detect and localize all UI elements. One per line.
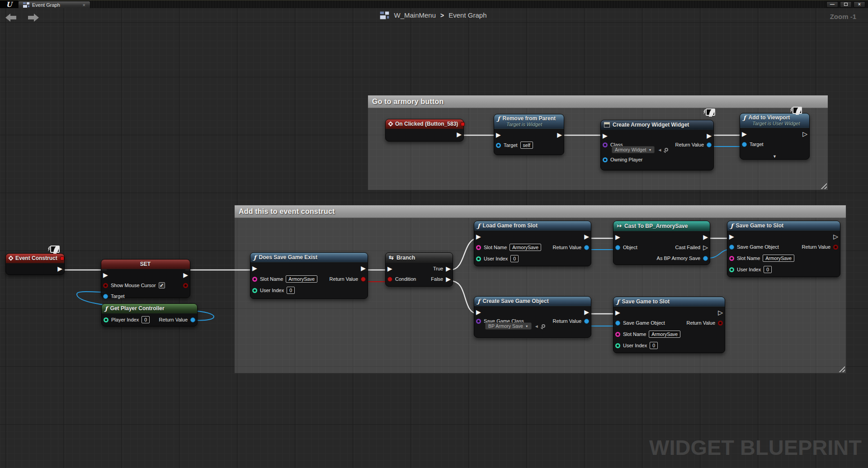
target-value-field[interactable]: self: [520, 142, 533, 149]
exec-in-pin[interactable]: ▶: [615, 234, 620, 240]
node-event-construct[interactable]: Event Construct ▶: [5, 253, 65, 275]
node-create-save-game-object[interactable]: ƒ Create Save Game Object ▶ ▶ Save Game …: [474, 296, 591, 338]
return-value-pin[interactable]: [190, 317, 195, 322]
save-game-object-pin[interactable]: [729, 245, 734, 250]
browse-asset-icon[interactable]: [542, 324, 545, 328]
user-index-pin[interactable]: [252, 288, 257, 293]
slot-name-pin[interactable]: [252, 277, 257, 282]
browse-asset-icon[interactable]: [665, 148, 668, 151]
user-index-field[interactable]: 0: [287, 287, 295, 294]
node-get-player-controller[interactable]: ƒ Get Player Controller Player Index 0 R…: [101, 303, 198, 326]
bool-out-pin[interactable]: [183, 283, 188, 288]
target-pin[interactable]: [103, 294, 108, 299]
node-create-armory-widget[interactable]: Create Armory Widget Widget ▶ ▶ Class Re…: [600, 120, 714, 170]
false-exec-pin[interactable]: ▶: [446, 276, 451, 282]
restore-button[interactable]: [840, 1, 852, 8]
exec-out-pin[interactable]: ▶: [584, 233, 589, 240]
event-graph-canvas[interactable]: W_MainMenu > Event Graph Zoom -1 Go to a…: [0, 8, 868, 468]
minimize-button[interactable]: —: [826, 1, 838, 8]
breadcrumb-current[interactable]: Event Graph: [448, 11, 486, 19]
exec-out-pin[interactable]: ▶: [57, 265, 62, 272]
delegate-pin[interactable]: [461, 122, 465, 126]
return-value-pin[interactable]: [707, 142, 712, 147]
save-game-object-pin[interactable]: [615, 321, 620, 326]
user-index-field[interactable]: 0: [650, 342, 658, 349]
node-add-to-viewport[interactable]: ƒ Add to Viewport Target is User Widget …: [740, 113, 810, 160]
slot-name-field[interactable]: ArmorySave: [509, 244, 541, 251]
node-remove-from-parent[interactable]: ƒ Remove from Parent Target is Widget ▶ …: [494, 114, 564, 155]
tab-close-icon[interactable]: ×: [83, 2, 85, 8]
user-index-field[interactable]: 0: [764, 266, 772, 273]
slot-name-field[interactable]: ArmorySave: [763, 255, 794, 262]
comment-header[interactable]: Add this to event construct: [235, 205, 846, 218]
exec-in-pin[interactable]: ▶: [742, 131, 747, 137]
breadcrumb-root[interactable]: W_MainMenu: [394, 11, 436, 19]
slot-name-field[interactable]: ArmorySave: [286, 275, 317, 283]
save-game-class-pin[interactable]: [476, 319, 481, 324]
forward-arrow-icon[interactable]: [27, 14, 39, 22]
node-save-game-to-slot-top[interactable]: ƒ Save Game to Slot ▶ ▷ Save Game Object…: [727, 221, 840, 277]
as-bp-armory-save-pin[interactable]: [703, 256, 708, 261]
exec-out-pin[interactable]: ▶: [703, 234, 708, 240]
comment-resize-handle[interactable]: [838, 365, 845, 372]
target-pin[interactable]: [496, 143, 501, 148]
exec-in-pin[interactable]: ▶: [729, 233, 734, 240]
exec-out-pin[interactable]: ▷: [833, 233, 838, 240]
exec-out-pin[interactable]: ▶: [707, 132, 712, 139]
user-index-field[interactable]: 0: [510, 255, 519, 262]
object-pin[interactable]: [615, 245, 620, 250]
slot-name-pin[interactable]: [729, 256, 734, 261]
comment-resize-handle[interactable]: [820, 182, 827, 189]
return-value-pin[interactable]: [361, 277, 366, 282]
class-pin[interactable]: [603, 142, 608, 147]
exec-in-pin[interactable]: ▶: [476, 309, 481, 315]
int-value-field[interactable]: 0: [142, 316, 150, 323]
class-select-dropdown[interactable]: Armory Widget ▼: [612, 146, 655, 153]
slot-name-pin[interactable]: [615, 332, 620, 337]
return-value-pin[interactable]: [833, 245, 838, 250]
node-save-game-to-slot-bottom[interactable]: ƒ Save Game to Slot ▶ ▷ Save Game Object…: [613, 297, 725, 353]
node-does-save-game-exist[interactable]: ƒ Does Save Game Exist ▶ ▶ Slot Name Arm…: [250, 252, 368, 299]
exec-out-pin[interactable]: ▷: [802, 131, 807, 137]
return-value-pin[interactable]: [718, 321, 723, 326]
node-set-show-mouse-cursor[interactable]: SET ▶ ▶ Show Mouse Cursor ✓ Target: [101, 259, 190, 298]
exec-out-pin[interactable]: ▷: [718, 309, 723, 316]
node-on-clicked[interactable]: On Clicked (Button_583) ▶: [385, 119, 464, 142]
exec-out-pin[interactable]: ▶: [457, 131, 462, 137]
true-exec-pin[interactable]: ▶: [446, 265, 451, 272]
bool-pin[interactable]: [103, 283, 108, 288]
slot-name-pin[interactable]: [476, 245, 481, 250]
exec-in-pin[interactable]: ▶: [476, 233, 481, 240]
owning-player-pin[interactable]: [603, 157, 608, 162]
user-index-pin[interactable]: [615, 343, 620, 348]
node-load-game-from-slot[interactable]: ƒ Load Game from Slot ▶ ▶ Slot Name Armo…: [474, 221, 591, 266]
comment-header[interactable]: Go to armory button: [368, 95, 828, 108]
exec-out-pin[interactable]: ▶: [361, 265, 366, 271]
user-index-pin[interactable]: [476, 256, 481, 261]
delegate-pin[interactable]: [60, 256, 64, 260]
close-button[interactable]: ×: [854, 1, 865, 8]
user-index-pin[interactable]: [729, 267, 734, 272]
checkbox-checked[interactable]: ✓: [159, 282, 165, 288]
tab-event-graph[interactable]: Event Graph ×: [18, 1, 90, 8]
exec-in-pin[interactable]: ▶: [252, 265, 257, 271]
exec-in-pin[interactable]: ▶: [387, 265, 392, 272]
return-value-pin[interactable]: [584, 245, 589, 250]
exec-out-pin[interactable]: ▶: [557, 132, 562, 138]
back-arrow-icon[interactable]: [5, 14, 17, 22]
node-cast-to-bp-armorysave[interactable]: ↣ Cast To BP_ArmorySave ▶ ▶ Object Cast …: [613, 221, 710, 265]
exec-in-pin[interactable]: ▶: [615, 309, 620, 316]
node-branch[interactable]: ⇆ Branch ▶ True ▶ Condition False ▶: [385, 252, 453, 287]
exec-in-pin[interactable]: ▶: [496, 132, 501, 138]
exec-out-pin[interactable]: ▶: [183, 272, 188, 278]
int-pin[interactable]: [104, 317, 108, 322]
return-value-pin[interactable]: [584, 319, 589, 324]
node-expander-icon[interactable]: ▼: [773, 154, 777, 159]
target-pin[interactable]: [742, 142, 747, 147]
cast-failed-exec-pin[interactable]: ▷: [703, 244, 708, 251]
exec-out-pin[interactable]: ▶: [584, 309, 589, 315]
exec-in-pin[interactable]: ▶: [103, 272, 108, 278]
save-game-class-dropdown[interactable]: BP Armory Save ▼: [485, 322, 532, 330]
condition-pin[interactable]: [387, 277, 392, 282]
slot-name-field[interactable]: ArmorySave: [649, 331, 680, 338]
